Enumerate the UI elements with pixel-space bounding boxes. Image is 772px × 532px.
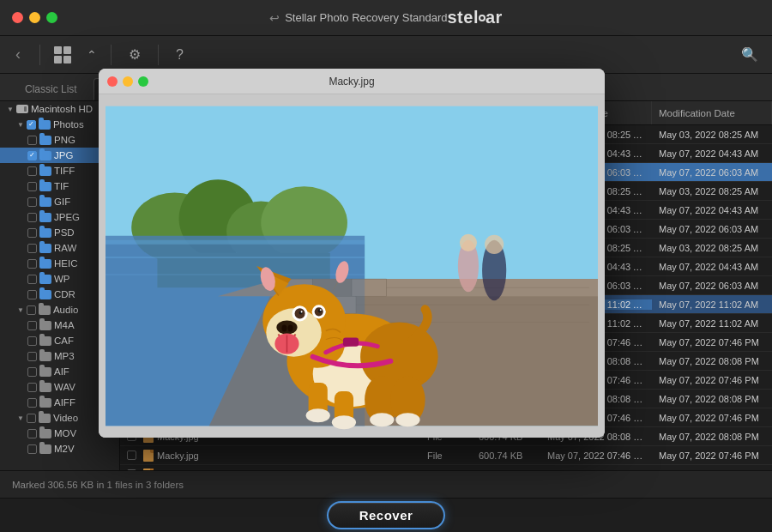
- svg-rect-57: [343, 338, 359, 347]
- folder-icon: [39, 213, 51, 222]
- tif-checkbox[interactable]: [27, 182, 37, 191]
- audio-checkbox[interactable]: [27, 305, 36, 315]
- search-button[interactable]: 🔍: [738, 43, 762, 66]
- sidebar-root-label: Macintosh HD: [31, 104, 93, 114]
- preview-dialog[interactable]: Macky.jpg: [99, 69, 605, 438]
- sidebar-label-tif: TIF: [54, 181, 69, 191]
- maximize-button[interactable]: [46, 12, 57, 23]
- td-creation: May 07, 2022 08:08 PM: [540, 469, 652, 471]
- view-toggle-arrows[interactable]: ⌃: [87, 48, 97, 62]
- toolbar-separator-2: [111, 45, 112, 65]
- mov-checkbox[interactable]: [27, 429, 37, 438]
- folder-icon: [39, 120, 51, 130]
- svg-point-31: [332, 415, 356, 429]
- sidebar-label-tiff: TIFF: [54, 166, 75, 176]
- folder-icon: [39, 352, 51, 361]
- svg-rect-7: [106, 240, 365, 245]
- file-icon: [143, 450, 154, 462]
- title-arrow-icon: ↩: [269, 11, 280, 25]
- folder-icon: [39, 367, 51, 377]
- table-row[interactable]: Macky.jpgFile600.74 KBMay 07, 2022 08:08…: [120, 465, 772, 470]
- row-checkbox[interactable]: [127, 450, 136, 460]
- folder-icon: [39, 151, 51, 160]
- sidebar-label-cdr: CDR: [54, 289, 75, 299]
- wp-checkbox[interactable]: [27, 275, 37, 284]
- toolbar-separator: [39, 45, 40, 65]
- m2v-checkbox[interactable]: [27, 444, 37, 454]
- sidebar-label-audio: Audio: [53, 305, 78, 315]
- sidebar-label-mp3: MP3: [54, 351, 75, 361]
- sidebar-label-mov: MOV: [54, 428, 76, 438]
- td-modification: May 07, 2022 07:46 PM: [652, 337, 772, 348]
- td-filename: Macky.jpg: [120, 450, 420, 462]
- status-bar: Marked 306.56 KB in 1 files in 3 folders: [0, 470, 772, 498]
- td-modification: May 03, 2022 08:25 AM: [652, 130, 772, 140]
- traffic-lights: [12, 12, 57, 23]
- preview-image: [106, 101, 598, 431]
- td-modification: May 07, 2022 04:43 AM: [652, 262, 772, 272]
- caf-checkbox[interactable]: [27, 336, 37, 346]
- jpg-checkbox[interactable]: [27, 151, 37, 160]
- sidebar-label-gif: GIF: [54, 196, 70, 207]
- preview-content: [99, 94, 605, 438]
- jpeg-checkbox[interactable]: [27, 213, 37, 222]
- svg-point-35: [395, 413, 419, 426]
- preview-close-button[interactable]: [107, 76, 118, 87]
- aif-checkbox[interactable]: [27, 367, 37, 377]
- view-grid-button[interactable]: [54, 46, 71, 63]
- folder-icon: [39, 444, 51, 454]
- svg-point-41: [287, 324, 293, 331]
- svg-point-50: [301, 311, 303, 312]
- folder-icon: [39, 182, 51, 191]
- heic-checkbox[interactable]: [27, 259, 37, 269]
- settings-button[interactable]: ⚙: [125, 43, 144, 66]
- folder-icon: [39, 244, 51, 253]
- td-type: File: [420, 469, 472, 471]
- chevron-down-icon: [17, 306, 24, 314]
- tiff-checkbox[interactable]: [27, 166, 37, 176]
- m4a-checkbox[interactable]: [27, 321, 37, 330]
- row-checkbox[interactable]: [127, 469, 136, 470]
- folder-icon: [39, 197, 51, 207]
- cdr-checkbox[interactable]: [27, 290, 37, 299]
- photos-checkbox[interactable]: [27, 120, 36, 130]
- sidebar-label-heic: HEIC: [54, 258, 77, 269]
- preview-maximize-button[interactable]: [138, 76, 148, 87]
- td-modification: May 07, 2022 08:08 PM: [652, 469, 772, 471]
- preview-minimize-button[interactable]: [123, 76, 133, 87]
- gif-checkbox[interactable]: [27, 197, 37, 207]
- status-text: Marked 306.56 KB in 1 files in 3 folders: [12, 480, 184, 490]
- tab-classic-list[interactable]: Classic List: [12, 78, 90, 100]
- toolbar-separator-3: [158, 45, 159, 65]
- recover-button[interactable]: Recover: [327, 501, 446, 529]
- preview-traffic-lights: [107, 76, 148, 87]
- minimize-button[interactable]: [29, 12, 40, 23]
- video-checkbox[interactable]: [27, 414, 36, 423]
- close-button[interactable]: [12, 12, 23, 23]
- th-modification[interactable]: Modification Date: [652, 101, 772, 124]
- psd-checkbox[interactable]: [27, 228, 37, 238]
- preview-title-bar: Macky.jpg: [99, 69, 605, 94]
- wav-checkbox[interactable]: [27, 383, 37, 392]
- sidebar-label-jpg: JPG: [54, 150, 73, 160]
- td-modification: May 07, 2022 06:03 AM: [652, 281, 772, 291]
- svg-point-34: [370, 413, 394, 426]
- folder-icon: [39, 383, 51, 392]
- table-row[interactable]: Macky.jpgFile600.74 KBMay 07, 2022 07:46…: [120, 446, 772, 465]
- td-modification: May 07, 2022 11:02 AM: [652, 318, 772, 329]
- folder-icon: [39, 290, 51, 299]
- mp3-checkbox[interactable]: [27, 352, 37, 361]
- sidebar-item-m2v[interactable]: M2V: [0, 441, 119, 456]
- td-type: File: [420, 450, 472, 461]
- aiff-checkbox[interactable]: [27, 398, 37, 408]
- td-size: 600.74 KB: [472, 469, 540, 471]
- folder-icon: [39, 275, 51, 284]
- td-size: 600.74 KB: [472, 450, 540, 461]
- png-checkbox[interactable]: [27, 136, 37, 145]
- svg-point-40: [281, 324, 286, 331]
- app-title: ↩ Stellar Photo Recovery Standard: [269, 11, 447, 25]
- raw-checkbox[interactable]: [27, 244, 37, 253]
- back-button[interactable]: ‹: [10, 42, 26, 67]
- hd-icon: [16, 105, 28, 113]
- help-button[interactable]: ?: [172, 44, 187, 66]
